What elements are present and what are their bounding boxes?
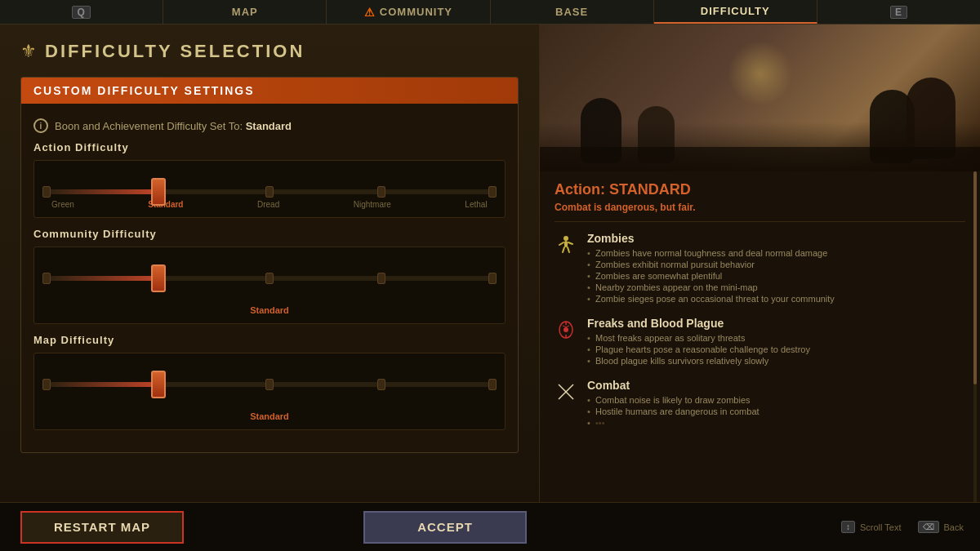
zombie-icon (555, 233, 577, 256)
top-nav: Q Map ⚠ Community Base Difficulty E (0, 0, 980, 24)
right-panel: Action: STANDARD Combat is dangerous, bu… (539, 24, 980, 527)
back-hint: ⌫ Back (918, 521, 964, 533)
map-tick-0 (42, 379, 51, 390)
community-slider-container: Standard (33, 247, 506, 324)
map-tick-2 (265, 379, 274, 390)
freaks-bullet-1: Plague hearts pose a reasonable challeng… (587, 344, 810, 354)
tab-e[interactable]: E (817, 0, 980, 24)
tick-nightmare (377, 186, 385, 198)
back-hint-label: Back (944, 522, 964, 532)
freaks-bullet-2: Blood plague kills survivors relatively … (587, 356, 810, 366)
main-content: ⚜ DIFFICULTY SELECTION CUSTOM DIFFICULTY… (0, 24, 980, 527)
tab-q[interactable]: Q (0, 0, 163, 24)
combat-title: Combat (587, 379, 760, 392)
community-tick-0 (42, 273, 51, 284)
q-key-label: Q (72, 6, 90, 19)
tab-difficulty[interactable]: Difficulty (654, 0, 817, 24)
accept-button[interactable]: Accept (363, 511, 527, 544)
info-bar: i Boon and Achievement Difficulty Set To… (21, 113, 518, 141)
action-level: STANDARD (609, 181, 691, 198)
action-difficulty-section: Action Difficulty Green (21, 141, 518, 228)
freaks-title: Freaks and Blood Plague (587, 317, 810, 330)
freaks-bullet-0: Most freaks appear as solitary threats (587, 333, 810, 343)
back-key-icon: ⌫ (918, 521, 939, 533)
community-slider-fill (47, 276, 158, 281)
left-panel: ⚜ DIFFICULTY SELECTION CUSTOM DIFFICULTY… (0, 24, 539, 527)
eagle-icon: ⚜ (20, 41, 37, 62)
community-tick-3 (377, 273, 385, 284)
combat-bullets: Combat noise is likely to draw zombies H… (587, 395, 760, 428)
community-slider-thumb[interactable] (151, 264, 166, 292)
map-slider-thumb[interactable] (151, 371, 166, 398)
map-slider-container: Standard (33, 353, 506, 430)
svg-rect-1 (564, 241, 568, 247)
footer: Restart Map Accept ↕ Scroll Text ⌫ Back (0, 502, 980, 551)
scroll-key-icon: ↕ (841, 521, 855, 533)
community-value-label: Standard (47, 305, 492, 315)
scroll-hint-label: Scroll Text (860, 522, 902, 532)
category-freaks: Freaks and Blood Plague Most freaks appe… (555, 317, 965, 367)
svg-line-5 (568, 247, 569, 252)
action-slider-track[interactable] (47, 189, 492, 194)
zombie-bullet-0: Zombies have normal toughness and deal n… (587, 248, 835, 258)
combat-bullet-1: Hostile humans are dangerous in combat (587, 407, 760, 416)
svg-line-3 (568, 242, 572, 244)
zombie-bullet-3: Nearby zombies appear on the mini-map (587, 282, 835, 292)
label-lethal: Lethal (460, 200, 492, 209)
svg-point-0 (564, 236, 568, 241)
zombie-bullet-1: Zombies exhibit normal pursuit behavior (587, 260, 835, 269)
action-slider-thumb[interactable] (151, 178, 166, 206)
map-tab-label: Map (232, 6, 258, 18)
tab-base[interactable]: Base (491, 0, 654, 24)
page-title: DIFFICULTY SELECTION (45, 41, 305, 62)
info-value: Standard (246, 120, 292, 132)
plague-icon (555, 318, 577, 341)
community-tab-label: Community (380, 6, 452, 18)
label-dread: Dread (252, 200, 285, 209)
action-title: Action: STANDARD (555, 181, 965, 198)
map-tick-3 (377, 379, 385, 390)
combat-bullet-2: ••• (587, 418, 760, 428)
combat-icon (555, 380, 577, 403)
svg-point-7 (564, 327, 568, 332)
tab-map[interactable]: Map (163, 0, 327, 24)
category-combat: Combat Combat noise is likely to draw zo… (555, 379, 965, 429)
action-slider-labels: Green Standard Dread Nightmare Lethal (47, 200, 492, 209)
base-tab-label: Base (555, 6, 588, 18)
category-zombies: Zombies Zombies have normal toughness an… (555, 232, 965, 305)
community-tick-2 (265, 273, 274, 284)
svg-line-4 (563, 247, 564, 252)
action-slider-fill (47, 189, 158, 194)
map-difficulty-section: Map Difficulty Standard (21, 334, 518, 440)
map-difficulty-label: Map Difficulty (33, 334, 506, 346)
action-slider-container: Green Standard Dread Nightmare Lethal (33, 160, 506, 218)
custom-difficulty-box: CUSTOM DIFFICULTY SETTINGS i Boon and Ac… (20, 77, 519, 453)
label-nightmare: Nightmare (354, 200, 391, 209)
footer-hints: ↕ Scroll Text ⌫ Back (841, 521, 964, 533)
custom-box-title: CUSTOM DIFFICULTY SETTINGS (33, 84, 506, 97)
scroll-hint: ↕ Scroll Text (841, 521, 902, 533)
scroll-thumb[interactable] (973, 171, 977, 384)
difficulty-tab-label: Difficulty (701, 5, 770, 17)
category-list: Zombies Zombies have normal toughness an… (555, 232, 965, 518)
zombie-content: Zombies Zombies have normal toughness an… (587, 232, 835, 305)
tick-green (42, 186, 51, 198)
action-subtitle: Combat is dangerous, but fair. (555, 202, 965, 222)
scroll-bar[interactable] (973, 171, 977, 527)
map-slider-track[interactable] (47, 382, 492, 387)
community-tick-4 (488, 273, 497, 284)
tab-community[interactable]: ⚠ Community (327, 0, 490, 24)
info-icon: i (33, 118, 48, 133)
community-difficulty-section: Community Difficulty Standard (21, 228, 518, 334)
tick-dread (265, 186, 274, 198)
freaks-bullets: Most freaks appear as solitary threats P… (587, 333, 810, 366)
community-slider-track[interactable] (47, 276, 492, 281)
action-difficulty-label: Action Difficulty (33, 141, 506, 153)
combat-content: Combat Combat noise is likely to draw zo… (587, 379, 760, 429)
map-slider-fill (47, 382, 158, 387)
restart-map-button[interactable]: Restart Map (20, 511, 184, 544)
zombie-bullet-2: Zombies are somewhat plentiful (587, 271, 835, 281)
map-tick-4 (488, 379, 497, 390)
community-difficulty-label: Community Difficulty (33, 228, 506, 240)
custom-box-header: CUSTOM DIFFICULTY SETTINGS (21, 78, 518, 104)
